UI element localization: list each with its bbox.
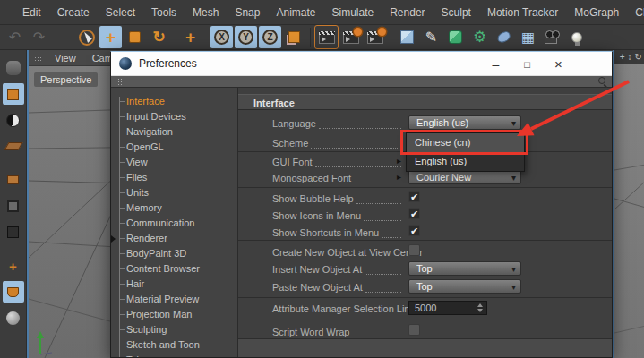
sidebar-item[interactable]: Communication: [111, 216, 237, 231]
dialog-titlebar[interactable]: Preferences – □ ×: [111, 52, 612, 76]
coordinate-system-icon[interactable]: [283, 26, 305, 48]
light-icon[interactable]: [565, 26, 588, 48]
sidebar-item[interactable]: Memory: [111, 200, 237, 216]
move-tool-icon[interactable]: +: [99, 26, 122, 48]
model-mode-icon[interactable]: [3, 83, 24, 105]
sidebar-item[interactable]: Content Browser: [111, 261, 237, 277]
submenu-arrow-icon: ▸: [397, 156, 401, 166]
mograph-icon[interactable]: ⚙: [468, 26, 491, 48]
paste-new-object-dropdown[interactable]: Top ▾: [408, 279, 521, 294]
viewport-menu-item[interactable]: View: [47, 53, 84, 64]
show-shortcuts-in-menu-checkbox[interactable]: ✔: [408, 225, 420, 236]
menu-item[interactable]: Animate: [268, 6, 323, 19]
spline-pen-icon[interactable]: ✎: [420, 26, 442, 48]
sidebar-item[interactable]: Takes: [111, 353, 237, 357]
render-picture-viewer-icon[interactable]: [339, 26, 362, 48]
render-settings-icon[interactable]: [364, 26, 386, 48]
sidebar-item[interactable]: Interface: [111, 94, 237, 109]
x-axis-lock-icon[interactable]: X: [210, 26, 233, 48]
menu-item[interactable]: Simulate: [324, 6, 382, 19]
zoom-view-icon[interactable]: ↕: [628, 53, 632, 62]
make-editable-icon[interactable]: [3, 57, 24, 79]
texture-mode-icon[interactable]: [3, 109, 24, 131]
close-button[interactable]: ×: [543, 52, 574, 76]
language-dropdown[interactable]: English (us) ▾: [408, 115, 521, 130]
submenu-arrow-icon: ▸: [397, 172, 401, 182]
snap-icon[interactable]: [3, 307, 24, 328]
undo-icon[interactable]: ↶: [4, 26, 26, 48]
y-axis-lock-icon[interactable]: Y: [235, 26, 257, 48]
option-english-us[interactable]: English (us): [407, 152, 524, 171]
viewport-right[interactable]: + ↕ ↻: [613, 50, 644, 358]
menu-item[interactable]: Edit: [14, 6, 49, 19]
menu-item[interactable]: Motion Tracker: [479, 6, 566, 19]
scale-tool-icon[interactable]: [124, 26, 146, 48]
render-view-icon[interactable]: [315, 26, 338, 48]
sidebar-item[interactable]: Sculpting: [111, 322, 237, 337]
live-selection-icon[interactable]: [75, 26, 98, 48]
sidebar-item[interactable]: Files: [111, 170, 237, 185]
app-window: EditCreateSelectToolsMeshSnapAnimateSimu…: [0, 0, 644, 358]
grip-handle-icon[interactable]: [34, 54, 43, 63]
row-create-new-object: Create New Object at View Center ✔: [238, 244, 612, 260]
sidebar-item[interactable]: View: [111, 155, 237, 170]
panel-footer: [238, 338, 612, 357]
grip-handle-icon[interactable]: [115, 78, 123, 86]
z-axis-lock-icon[interactable]: Z: [259, 26, 281, 48]
points-mode-icon[interactable]: [3, 169, 24, 191]
menu-item[interactable]: Tools: [143, 6, 185, 19]
selection-limit-field[interactable]: 5000: [408, 301, 487, 315]
floor-icon[interactable]: ▦: [517, 26, 539, 48]
minimize-button[interactable]: –: [480, 52, 511, 76]
sidebar-item[interactable]: Units: [111, 185, 237, 200]
sidebar-item[interactable]: Input Devices: [111, 109, 237, 124]
rotate-view-icon[interactable]: ↻: [635, 53, 642, 62]
sidebar-item[interactable]: OpenGL: [111, 140, 237, 155]
last-tool-icon[interactable]: +: [179, 26, 202, 48]
polygons-mode-icon[interactable]: [3, 221, 24, 243]
menu-item[interactable]: Select: [98, 6, 143, 19]
insert-new-object-dropdown[interactable]: Top ▾: [408, 261, 521, 276]
prefs-sidebar: InterfaceInput DevicesNavigationOpenGLVi…: [111, 88, 238, 357]
create-new-object-checkbox[interactable]: ✔: [408, 244, 420, 256]
search-icon[interactable]: [598, 77, 605, 84]
enable-axis-icon[interactable]: +: [3, 255, 24, 277]
workplane-mode-icon[interactable]: [3, 135, 24, 157]
edges-mode-icon[interactable]: [3, 195, 24, 217]
deformers-icon[interactable]: [493, 26, 515, 48]
menu-item[interactable]: Mesh: [185, 6, 227, 19]
sidebar-item[interactable]: Material Preview: [111, 292, 237, 307]
monospaced-font-dropdown[interactable]: Courier New ▾: [408, 170, 521, 184]
sidebar-item[interactable]: Renderer: [111, 231, 237, 246]
spinner-icon[interactable]: [477, 303, 483, 312]
menu-item[interactable]: MoGraph: [566, 6, 627, 19]
menu-item[interactable]: Render: [382, 6, 433, 19]
chevron-down-icon: ▾: [511, 280, 516, 294]
maximize-button[interactable]: □: [511, 52, 543, 76]
menu-item[interactable]: Sculpt: [434, 6, 479, 19]
sidebar-item[interactable]: Projection Man: [111, 307, 237, 322]
generators-icon[interactable]: [444, 26, 467, 48]
row-show-icons-in-menu: Show Icons in Menu ✔: [238, 208, 612, 223]
sidebar-item[interactable]: BodyPaint 3D: [111, 246, 237, 261]
script-word-wrap-checkbox[interactable]: ✔: [408, 324, 420, 336]
sidebar-item[interactable]: Navigation: [111, 124, 237, 140]
chevron-down-icon: ▾: [511, 116, 516, 130]
camera-icon[interactable]: [541, 26, 563, 48]
show-bubble-help-checkbox[interactable]: ✔: [408, 191, 420, 202]
menu-item[interactable]: Character: [627, 6, 644, 19]
viewport-paint-icon[interactable]: [3, 281, 24, 303]
sidebar-item[interactable]: Sketch and Toon: [111, 337, 237, 353]
pan-view-icon[interactable]: +: [620, 53, 625, 62]
rotate-tool-icon[interactable]: ↻: [148, 26, 170, 48]
row-monospaced-font: Monospaced Font ▸ Courier New ▾: [238, 170, 612, 185]
show-icons-in-menu-checkbox[interactable]: ✔: [408, 208, 420, 219]
option-chinese-cn[interactable]: Chinese (cn): [407, 133, 524, 152]
menu-item[interactable]: Snap: [227, 6, 268, 19]
dialog-search-bar: [111, 76, 612, 88]
sidebar-item[interactable]: Hair: [111, 277, 237, 292]
mode-palette: +: [0, 50, 27, 358]
add-cube-icon[interactable]: [396, 26, 418, 48]
redo-icon[interactable]: ↷: [28, 26, 50, 48]
menu-item[interactable]: Create: [49, 6, 98, 19]
